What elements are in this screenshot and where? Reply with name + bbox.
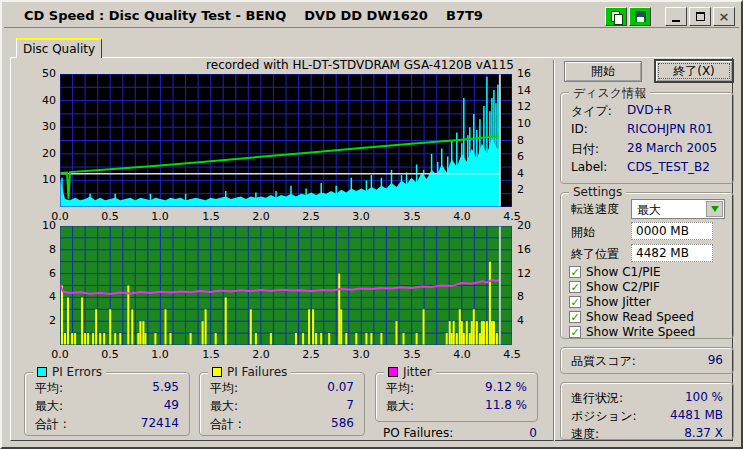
axis-tick-label: 4.0 <box>453 348 471 361</box>
pi-errors-chart <box>60 74 512 211</box>
axis-tick-label: 0.5 <box>101 210 119 223</box>
chevron-down-icon <box>711 206 719 212</box>
end-pos-label: 終了位置 <box>571 246 619 263</box>
checkbox-show-jitter[interactable]: ✓Show Jitter <box>569 295 651 309</box>
chart-note: recorded with HL-DT-STDVDRAM GSA-4120B v… <box>202 58 514 72</box>
settings-title: Settings <box>569 185 626 199</box>
axis-tick-label: 10 <box>24 173 56 186</box>
disc-info-label: Label: <box>571 160 607 174</box>
speed-select-value: 最大 <box>637 202 661 219</box>
exit-button[interactable]: 終了(X) <box>654 59 734 83</box>
axis-tick-label: 3.0 <box>352 348 370 361</box>
axis-tick-label: 2.0 <box>252 210 270 223</box>
legend-title: PI Failures <box>208 365 291 379</box>
checkbox-label: Show Write Speed <box>586 325 695 339</box>
speed-select-arrow-button[interactable] <box>706 201 723 217</box>
checkbox-box: ✓ <box>569 326 581 338</box>
axis-tick-label: 3.5 <box>403 210 421 223</box>
maximize-button[interactable] <box>689 7 711 26</box>
disc-info-row: Label:CDS_TEST_B2 <box>571 160 723 177</box>
axis-tick-label: 1.0 <box>151 348 169 361</box>
minimize-button[interactable] <box>665 7 687 26</box>
axis-tick-label: 30 <box>24 120 56 133</box>
speed-label: 転送速度 <box>571 201 619 218</box>
disc-info-value: 28 March 2005 <box>627 141 717 155</box>
stat-label: 平均: <box>386 380 414 397</box>
checkbox-show-write-speed[interactable]: ✓Show Write Speed <box>569 325 695 339</box>
stat-row: 最大:11.8 % <box>386 398 527 415</box>
progress-group: 進行状況:100 %ポジション:4481 MB速度:8.37 X <box>560 382 734 440</box>
quality-score-label: 品質スコア: <box>571 353 636 370</box>
progress-label: ポジション: <box>571 408 636 425</box>
stat-row: 平均:9.12 % <box>386 380 527 397</box>
stat-value: 11.8 % <box>485 398 527 412</box>
progress-value: 8.37 X <box>684 426 723 440</box>
start-button[interactable]: 開始 <box>564 61 642 82</box>
stat-label: 最大: <box>210 398 238 415</box>
po-failures-row: PO Failures: 0 <box>383 426 537 440</box>
copy-button[interactable] <box>605 7 627 26</box>
pi-failures-swatch <box>212 367 222 377</box>
axis-tick-label: 2 <box>24 314 56 327</box>
stat-row: 最大:49 <box>35 398 179 415</box>
copy-icon <box>611 11 622 23</box>
axis-tick-label: 1.5 <box>202 210 220 223</box>
disc-info-title: ディスク情報 <box>569 85 650 102</box>
disc-info-value: DVD+R <box>627 103 672 117</box>
disc-info-label: 日付: <box>571 141 599 158</box>
checkbox-show-c2-pif[interactable]: ✓Show C2/PIF <box>569 280 660 294</box>
app-window: CD Speed : Disc Quality Test - BENQ DVD … <box>0 0 743 449</box>
legend-box-pi-failures: PI Failures平均:0.07最大:7合計 :586 <box>199 372 365 436</box>
legend-title: PI Errors <box>33 365 106 379</box>
axis-tick-label: 2 <box>517 183 524 196</box>
close-button[interactable]: × <box>713 7 735 26</box>
close-icon: × <box>719 10 730 23</box>
axis-tick-label: 1.0 <box>151 210 169 223</box>
disc-info-group: ディスク情報 タイプ:DVD+RID:RICOHJPN R01日付:28 Mar… <box>560 92 734 184</box>
stat-label: 合計 : <box>35 416 67 433</box>
stat-label: 平均: <box>35 380 63 397</box>
start-pos-label: 開始 <box>571 224 595 241</box>
axis-tick-label: 8 <box>24 243 56 256</box>
axis-tick-label: 20 <box>24 147 56 160</box>
progress-row: 進行状況:100 % <box>571 390 723 407</box>
checkbox-show-read-speed[interactable]: ✓Show Read Speed <box>569 310 694 324</box>
stat-row: 平均:5.95 <box>35 380 179 397</box>
stat-value: 9.12 % <box>485 380 527 394</box>
legend-box-jitter: Jitter平均:9.12 %最大:11.8 % <box>375 372 538 422</box>
legend-box-pi-errors: PI Errors平均:5.95最大:49合計 :72414 <box>24 372 190 436</box>
tab-disc-quality[interactable]: Disc Quality <box>16 38 102 58</box>
disc-info-value: CDS_TEST_B2 <box>627 160 710 174</box>
stat-label: 合計 : <box>210 416 242 433</box>
stat-value: 49 <box>164 398 179 412</box>
start-pos-field[interactable]: 0000 MB <box>631 222 713 240</box>
axis-tick-label: 6 <box>517 150 524 163</box>
po-failures-value: 0 <box>529 426 537 440</box>
pi-errors-swatch <box>37 367 47 377</box>
stat-row: 合計 :72414 <box>35 416 179 433</box>
disc-info-row: タイプ:DVD+R <box>571 103 723 120</box>
progress-row: ポジション:4481 MB <box>571 408 723 425</box>
panel-divider <box>553 60 555 441</box>
axis-tick-label: 3.5 <box>403 348 421 361</box>
speed-select[interactable]: 最大 <box>631 199 725 219</box>
legend-name: PI Errors <box>52 365 102 379</box>
axis-tick-label: 20 <box>517 219 531 232</box>
axis-tick-label: 4.0 <box>453 210 471 223</box>
legend-name: Jitter <box>403 365 432 379</box>
disc-info-label: タイプ: <box>571 103 612 120</box>
checkbox-box: ✓ <box>569 296 581 308</box>
save-button[interactable] <box>629 7 651 26</box>
quality-score-group: 品質スコア: 96 <box>560 347 734 374</box>
axis-tick-label: 2.5 <box>302 210 320 223</box>
stat-row: 最大:7 <box>210 398 354 415</box>
axis-tick-label: 2.5 <box>302 348 320 361</box>
legend-name: PI Failures <box>227 365 287 379</box>
checkbox-show-c1-pie[interactable]: ✓Show C1/PIE <box>569 265 661 279</box>
settings-group: Settings 転送速度 最大 開始 0000 MB 終了位置 4482 MB… <box>560 192 734 339</box>
tab-label: Disc Quality <box>23 42 95 56</box>
end-pos-field[interactable]: 4482 MB <box>631 244 713 262</box>
axis-tick-label: 4 <box>517 314 524 327</box>
disc-info-row: 日付:28 March 2005 <box>571 141 723 158</box>
minimize-icon <box>672 20 680 22</box>
